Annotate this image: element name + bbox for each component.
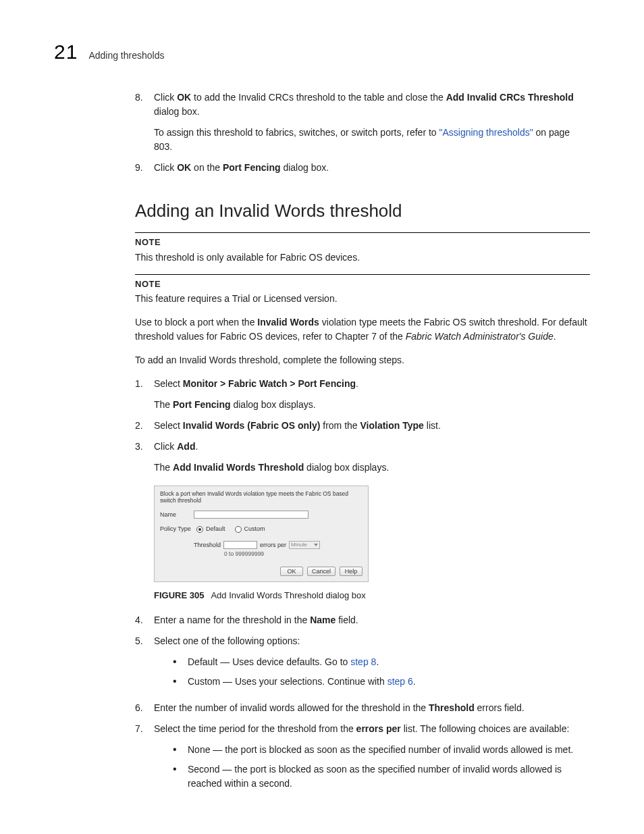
proc-step-3: 3. Click Add. The Add Invalid Words Thre… xyxy=(135,440,590,475)
step-number: 3. xyxy=(135,440,154,475)
proc-step-6: 6. Enter the number of invalid words all… xyxy=(135,701,590,715)
radio-default-label: Default xyxy=(206,525,225,533)
page-header: 21 Adding thresholds xyxy=(54,41,590,63)
errors-per-label: errors per xyxy=(260,542,286,549)
list-item: Default — Uses device defaults. Go to st… xyxy=(173,655,590,669)
threshold-range-hint: 0 to 999999999 xyxy=(224,550,363,557)
step-number: 2. xyxy=(135,419,154,433)
time-unit-select[interactable]: Minute xyxy=(289,541,320,549)
chevron-down-icon xyxy=(314,544,318,546)
radio-custom-label: Custom xyxy=(244,525,265,533)
help-button[interactable]: Help xyxy=(340,567,363,576)
threshold-input[interactable] xyxy=(223,541,257,549)
document-page: 21 Adding thresholds 8. Click OK to add … xyxy=(0,0,644,834)
step-number: 9. xyxy=(135,161,154,175)
note-2: NOTE This feature requires a Trial or Li… xyxy=(135,274,590,307)
note-label: NOTE xyxy=(135,236,590,249)
intro-paragraph-1: Use to block a port when the Invalid Wor… xyxy=(135,315,590,344)
note-1: NOTE This threshold is only available fo… xyxy=(135,232,590,265)
step-8-para-2: To assign this threshold to fabrics, swi… xyxy=(154,126,590,154)
proc-step-1: 1. Select Monitor > Fabric Watch > Port … xyxy=(135,377,590,412)
threshold-label: Threshold xyxy=(194,542,221,549)
note-text: This threshold is only available for Fab… xyxy=(135,251,590,265)
step-number: 6. xyxy=(135,701,154,715)
step-9: 9. Click OK on the Port Fencing dialog b… xyxy=(135,161,590,175)
content-area: 8. Click OK to add the Invalid CRCs thre… xyxy=(135,90,590,796)
step-number: 4. xyxy=(135,613,154,627)
list-item: None — the port is blocked as soon as th… xyxy=(173,743,590,757)
proc-step-4: 4. Enter a name for the threshold in the… xyxy=(135,613,590,627)
radio-default[interactable] xyxy=(196,526,203,533)
chapter-number: 21 xyxy=(54,41,78,63)
link-step-6[interactable]: step 6 xyxy=(387,676,413,687)
note-label: NOTE xyxy=(135,278,590,291)
step-9-para: Click OK on the Port Fencing dialog box. xyxy=(154,161,590,175)
add-invalid-words-threshold-dialog: Block a port when Invalid Words violatio… xyxy=(154,486,369,582)
ok-button[interactable]: OK xyxy=(280,567,303,576)
cancel-button[interactable]: Cancel xyxy=(307,567,336,576)
step-8: 8. Click OK to add the Invalid CRCs thre… xyxy=(135,90,590,154)
note-text: This feature requires a Trial or License… xyxy=(135,292,590,306)
list-item: Custom — Uses your selections. Continue … xyxy=(173,675,590,689)
proc-step-2: 2. Select Invalid Words (Fabric OS only)… xyxy=(135,419,590,433)
link-assigning-thresholds[interactable]: "Assigning thresholds" xyxy=(439,127,533,138)
step-number: 1. xyxy=(135,377,154,412)
section-heading: Adding an Invalid Words threshold xyxy=(135,198,590,224)
proc-step-7: 7. Select the time period for the thresh… xyxy=(135,722,590,796)
link-step-8[interactable]: step 8 xyxy=(350,656,376,667)
step-number: 7. xyxy=(135,722,154,796)
policy-type-label: Policy Type xyxy=(160,525,194,533)
intro-paragraph-2: To add an Invalid Words threshold, compl… xyxy=(135,353,590,367)
header-title: Adding thresholds xyxy=(88,50,164,61)
step-number: 5. xyxy=(135,634,154,694)
proc-step-5: 5. Select one of the following options: … xyxy=(135,634,590,694)
figure-caption: FIGURE 305Add Invalid Words Threshold di… xyxy=(154,589,590,602)
figure-305: Block a port when Invalid Words violatio… xyxy=(154,486,590,582)
step-number: 8. xyxy=(135,90,154,154)
radio-custom[interactable] xyxy=(235,526,242,533)
dialog-description: Block a port when Invalid Words violatio… xyxy=(160,490,363,504)
step-8-para-1: Click OK to add the Invalid CRCs thresho… xyxy=(154,90,590,119)
list-item: Second — the port is blocked as soon as … xyxy=(173,762,590,791)
name-input[interactable] xyxy=(194,511,308,519)
name-label: Name xyxy=(160,511,194,519)
